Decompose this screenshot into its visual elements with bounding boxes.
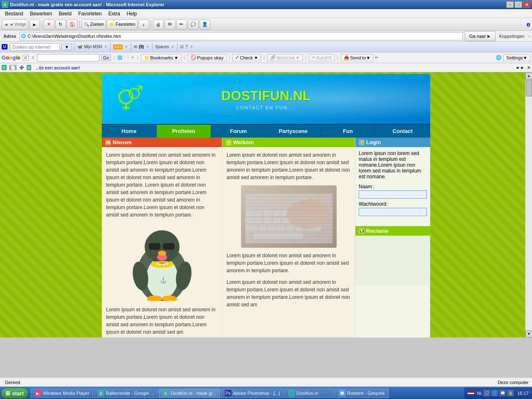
welkom-lorem3: Lorem ipsum et doloret non amisit sed am… [227,278,351,308]
google-search-input[interactable] [37,54,99,62]
nav-forum[interactable]: Forum [211,125,266,138]
menu-help[interactable]: Help [123,10,140,17]
menu-bewerken[interactable]: Bewerken [27,10,55,17]
svg-rect-40 [282,218,290,224]
google-web-dropdown: ▼ [131,55,135,60]
taskbar-photoshop[interactable]: Ps Adobe Photoshop - [...] [221,389,284,398]
window-title: Dostifun.nl - maak gratis een account aa… [10,2,165,7]
nieuws-lorem1: Lorem ipsum et doloret non amisit sed am… [106,151,218,219]
messenger-button[interactable]: 👤 [200,20,210,30]
google-go-button[interactable]: Go [101,54,111,61]
address-input[interactable] [26,32,462,40]
taskbar: ⊞ start ▶ Windows Media Player e Balkene… [0,387,532,399]
google-sep5: | [264,55,265,60]
menu-favorieten[interactable]: Favorieten [75,10,105,17]
settings-button[interactable]: Settings▼ [503,54,530,61]
menu-beeld[interactable]: Beeld [55,10,75,17]
scroll-up-button[interactable]: ▲ [525,72,532,79]
ie-scrollbar: ▲ ▼ [525,72,532,337]
links-close[interactable]: ✕ [527,65,530,70]
keyboard-image [241,185,337,248]
nav-contact[interactable]: Contact [375,125,430,138]
nav-home[interactable]: Home [102,125,157,138]
refresh-button[interactable]: ↻ [55,20,66,30]
links-arrows: ◄ ► [515,65,525,70]
send-to-button[interactable]: 📤 Send to▼ [341,54,374,61]
svg-text:⚓: ⚓ [160,277,167,284]
mijn-msn-label[interactable]: Mijn MSN [84,44,102,49]
taskbar-dostifun2[interactable]: 🌐 Dostifun.nl [284,389,334,398]
svg-rect-27 [245,210,254,216]
welkom-column: 🌟 Welkom Lorem ipsum et doloret non amis… [222,138,355,337]
systray-icons: NL 🔊 🌐 💬 🔒 [468,390,514,397]
windows-flag-icon: ⊞ [5,390,10,397]
go-button[interactable]: Ga naar ► [465,31,496,41]
home-button[interactable]: 🏠 [67,20,78,30]
menu-bestand[interactable]: Bestand [2,10,27,17]
google-web-icon: 🌐 [117,55,122,60]
svg-rect-48 [286,225,294,231]
svg-rect-45 [259,225,267,231]
nav-fun[interactable]: Fun [321,125,376,138]
links-bar: e 📄 ➕ e ...tis een account aan! ◄ ► ✕ [0,63,532,72]
taskbar-balkenende[interactable]: e Balkenende - Google ... [94,389,158,398]
google-sep7: | [337,55,338,60]
print-button[interactable]: 🖨 [153,20,164,30]
svg-point-54 [305,197,316,216]
svg-point-55 [313,198,321,215]
settings-icon: 🌐 [496,55,502,60]
svg-rect-43 [309,218,318,224]
autofill-button[interactable]: ✏ AutoFill [309,54,335,61]
taskbar-items: ▶ Windows Media Player e Balkenende - Go… [31,389,389,398]
search-button[interactable]: 🔍 Zoeken [81,20,106,30]
mail-button[interactable]: ✉ [165,20,175,30]
start-button[interactable]: ⊞ start [1,388,28,399]
google-sep1: | [113,55,115,60]
menu-extra[interactable]: Extra [105,10,123,17]
media-button[interactable]: ♪ [138,20,149,30]
msn-search-button[interactable]: ▼ [62,44,72,50]
taskbar-robbert[interactable]: 💬 Robbert - Gesprek [335,389,388,398]
scroll-down-button[interactable]: ▼ [525,330,532,337]
maximize-button[interactable]: □ [515,1,522,8]
scroll-thumb[interactable] [526,80,532,96]
favorites-button[interactable]: ⭐ Favorieten [107,20,137,30]
separator-2 [79,20,80,29]
minimize-button[interactable]: ─ [506,1,514,8]
google-sep6: | [305,55,307,60]
nav-profielen[interactable]: Profielen [157,125,212,138]
wachtwoord-input[interactable] [359,208,427,216]
stop-button[interactable]: ✕ [44,20,54,30]
reclame-header: 📢 Reclame [355,226,430,236]
msn-search-input[interactable] [10,43,60,51]
spaces-label[interactable]: Spaces [155,44,169,49]
links-tab-item[interactable]: ...tis een account aan! [34,65,82,70]
edit-button[interactable]: ✏ [176,20,187,30]
ie-logo: e [527,21,530,28]
forward-button[interactable]: ► [29,20,40,30]
discuss-button[interactable]: 💬 [188,20,199,30]
svg-point-56 [318,201,328,217]
back-button[interactable]: ◄ ◄ Vorige [2,20,28,30]
svg-point-18 [165,264,167,267]
welkom-lorem1: Lorem ipsum et doloret non amisit sed am… [227,151,351,181]
svg-rect-10 [149,243,160,250]
taskbar-dostifun[interactable]: e Dostifun.nl - maak gr... [159,389,220,398]
close-button[interactable]: ✕ [523,1,530,8]
taskbar-windows-media[interactable]: ▶ Windows Media Player [31,389,93,398]
computer-label: Deze computer [498,380,530,385]
svg-rect-28 [254,210,263,216]
mail-dropdown: ▼ [145,44,150,49]
autolink-button[interactable]: 🔗 AutoLink ▼ [267,54,303,61]
svg-rect-51 [254,233,303,239]
nav-partyscene[interactable]: Partyscene [266,125,321,138]
google-logo: Google [2,54,20,61]
svg-rect-36 [245,218,254,224]
naam-input[interactable] [359,190,427,199]
check-button[interactable]: ✓ Check ▼ [232,54,261,61]
bookmarks-button[interactable]: ⭐ Bookmarks ▼ [141,54,182,61]
nl-lang-label: NL [477,391,483,396]
svg-rect-30 [273,210,281,216]
title-bar: e Dostifun.nl - maak gratis een account … [0,0,532,9]
popups-button[interactable]: 🚫 Popups okay [187,54,227,61]
